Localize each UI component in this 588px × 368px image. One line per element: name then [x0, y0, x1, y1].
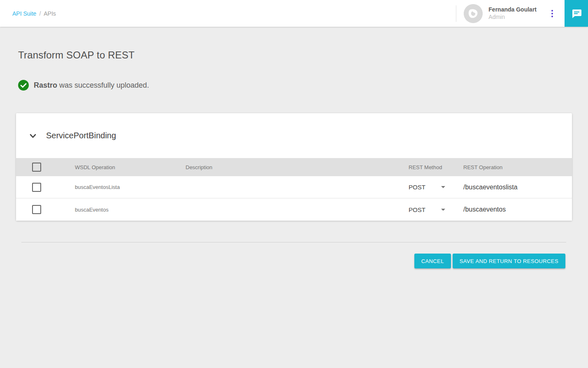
breadcrumb-current-apis: APIs	[44, 10, 56, 17]
save-and-return-button[interactable]: SAVE AND RETURN TO RESOURCES	[453, 254, 565, 268]
top-bar-right: Fernanda Goulart Admin	[456, 0, 588, 27]
rest-operation-cell: /buscaeventoslista	[463, 184, 572, 191]
success-suffix: was successfully uploaded.	[57, 81, 149, 89]
binding-card-title: ServicePortBinding	[46, 131, 116, 140]
rest-method-dropdown[interactable]: POST	[409, 184, 445, 191]
footer-divider	[21, 242, 566, 242]
table-header-row: WSDL Operation Description REST Method R…	[16, 158, 572, 176]
breadcrumb-link-api-suite[interactable]: API Suite	[12, 10, 36, 17]
rest-method-value: POST	[409, 184, 425, 191]
page-title: Transform SOAP to REST	[18, 49, 572, 61]
row-checkbox[interactable]	[32, 205, 41, 214]
chat-icon	[571, 8, 582, 19]
binding-card-header[interactable]: ServicePortBinding	[16, 113, 572, 158]
rest-method-dropdown[interactable]: POST	[409, 206, 445, 213]
row-checkbox[interactable]	[32, 183, 41, 192]
user-info: Fernanda Goulart Admin	[488, 6, 537, 21]
success-text: Rastro was successfully uploaded.	[34, 81, 149, 90]
table-row: buscaEventos POST /buscaeventos	[16, 198, 572, 221]
binding-card: ServicePortBinding WSDL Operation Descri…	[16, 113, 572, 221]
rest-operation-cell: /buscaeventos	[463, 206, 572, 213]
page-content: Transform SOAP to REST Rastro was succes…	[0, 49, 588, 268]
select-all-checkbox[interactable]	[32, 163, 41, 172]
column-header-rest-method: REST Method	[409, 164, 463, 170]
avatar-logo-icon	[464, 4, 483, 23]
wsdl-operation-cell: buscaEventosLista	[75, 184, 186, 190]
wsdl-operation-cell: buscaEventos	[75, 207, 186, 213]
dropdown-caret-icon	[441, 209, 445, 211]
user-role: Admin	[488, 14, 537, 21]
dropdown-caret-icon	[441, 186, 445, 188]
top-bar: API Suite / APIs Fernanda Goulart Admin	[0, 0, 588, 27]
avatar[interactable]	[464, 4, 483, 23]
header-divider	[456, 5, 456, 22]
action-buttons: CANCEL SAVE AND RETURN TO RESOURCES	[16, 254, 572, 268]
column-header-wsdl-operation: WSDL Operation	[75, 164, 186, 170]
user-name: Fernanda Goulart	[488, 6, 537, 14]
breadcrumb: API Suite / APIs	[0, 10, 56, 17]
success-check-icon	[18, 80, 29, 91]
cancel-button[interactable]: CANCEL	[414, 254, 451, 268]
success-message: Rastro was successfully uploaded.	[18, 80, 572, 91]
kebab-menu-icon[interactable]	[550, 7, 555, 20]
table-row: buscaEventosLista POST /buscaeventoslist…	[16, 176, 572, 198]
breadcrumb-separator: /	[39, 10, 41, 17]
rest-method-value: POST	[409, 206, 425, 213]
chevron-down-icon	[29, 132, 37, 140]
chat-button[interactable]	[565, 0, 588, 27]
column-header-rest-operation: REST Operation	[463, 164, 572, 170]
success-subject: Rastro	[34, 81, 57, 89]
column-header-description: Description	[186, 164, 409, 170]
